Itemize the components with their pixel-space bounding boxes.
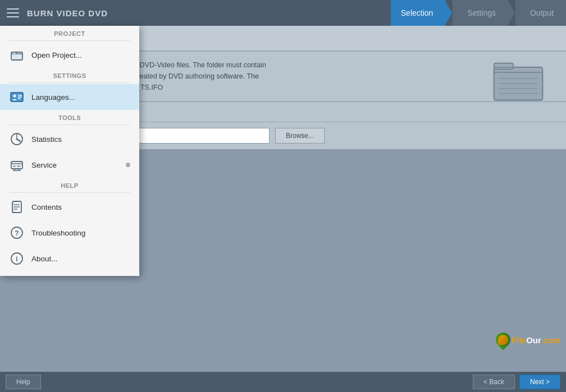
about-label: About... xyxy=(31,255,58,263)
divider-tools xyxy=(9,124,130,125)
svg-rect-2 xyxy=(494,72,542,100)
menu-item-statistics[interactable]: Statistics xyxy=(0,126,139,152)
open-project-label: Open Project... xyxy=(31,51,82,59)
dropdown-menu: PROJECT Open Project... SETTINGS xyxy=(0,26,139,276)
svg-text:?: ? xyxy=(15,229,19,237)
service-dot xyxy=(126,163,130,167)
svg-rect-11 xyxy=(12,54,22,59)
watermark: FileOur.com xyxy=(496,333,560,347)
svg-rect-8 xyxy=(494,63,513,69)
contents-label: Contents xyxy=(31,203,62,211)
menu-item-languages[interactable]: Languages... xyxy=(0,84,139,110)
menu-section-help: HELP xyxy=(0,178,139,191)
troubleshooting-icon: ? xyxy=(9,225,25,241)
svg-text:i: i xyxy=(16,255,17,263)
bottom-bar: Help < Back Next > xyxy=(0,372,566,392)
main-content: Select the burn source Please select the… xyxy=(0,26,566,372)
breadcrumb-settings[interactable]: Settings xyxy=(453,0,508,26)
about-icon: i xyxy=(9,251,25,266)
browse-button[interactable]: Browse... xyxy=(275,128,325,144)
title-bar: BURN VIDEO DVD Selection Settings Output xyxy=(0,0,566,26)
bottom-right-buttons: < Back Next > xyxy=(473,375,560,389)
svg-rect-23 xyxy=(17,165,21,167)
svg-rect-22 xyxy=(13,165,16,167)
app-title: BURN VIDEO DVD xyxy=(27,8,108,18)
menu-item-about[interactable]: i About... xyxy=(0,246,139,271)
menu-section-project: PROJECT xyxy=(0,26,139,39)
menu-item-contents[interactable]: Contents xyxy=(0,194,139,220)
divider-settings xyxy=(9,82,130,83)
statistics-label: Statistics xyxy=(31,135,62,144)
menu-section-tools: TOOLS xyxy=(0,110,139,123)
breadcrumb-selection[interactable]: Selection xyxy=(391,0,446,26)
breadcrumb-nav: Selection Settings Output xyxy=(391,0,566,26)
next-button[interactable]: Next > xyxy=(519,375,560,389)
divider-help xyxy=(9,192,130,193)
languages-icon xyxy=(9,89,25,105)
svg-rect-20 xyxy=(11,162,22,169)
divider-project xyxy=(9,40,130,41)
folder-icon-area xyxy=(493,57,549,108)
back-button[interactable]: < Back xyxy=(473,375,515,389)
svg-point-19 xyxy=(16,139,18,140)
menu-item-service[interactable]: Service xyxy=(0,152,139,178)
folder-icon xyxy=(493,57,544,102)
menu-item-open-project[interactable]: Open Project... xyxy=(0,42,139,68)
troubleshooting-label: Troubleshooting xyxy=(31,229,85,237)
svg-point-14 xyxy=(13,95,16,98)
service-icon xyxy=(9,157,25,173)
contents-icon xyxy=(9,199,25,215)
help-button[interactable]: Help xyxy=(6,375,41,389)
folder-open-icon xyxy=(9,47,25,63)
watermark-text: FileOur.com xyxy=(512,335,560,345)
statistics-icon xyxy=(9,131,25,147)
service-label: Service xyxy=(31,161,57,169)
svg-rect-31 xyxy=(12,201,15,213)
hamburger-menu-button[interactable] xyxy=(7,8,19,17)
menu-item-troubleshooting[interactable]: ? Troubleshooting xyxy=(0,220,139,246)
menu-section-settings: SETTINGS xyxy=(0,68,139,81)
languages-label: Languages... xyxy=(31,93,75,102)
breadcrumb-output[interactable]: Output xyxy=(515,0,566,26)
